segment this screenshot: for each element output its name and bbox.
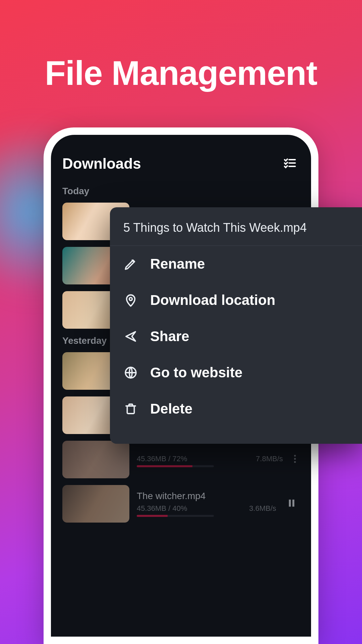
- svg-rect-12: [127, 406, 134, 414]
- menu-item-delete[interactable]: Delete: [110, 391, 362, 427]
- download-info: The witcher.mp4 45.36MB / 40% 3.6MB/s: [137, 491, 276, 517]
- progress-bar: [137, 515, 214, 517]
- page-title: Downloads: [62, 155, 141, 172]
- download-row[interactable]: The witcher.mp4 45.36MB / 40% 3.6MB/s: [62, 485, 300, 523]
- share-icon: [123, 329, 138, 344]
- select-list-icon[interactable]: [280, 153, 300, 174]
- progress-bar: [137, 465, 214, 467]
- menu-item-download-location[interactable]: Download location: [110, 282, 362, 318]
- svg-point-7: [294, 461, 296, 463]
- menu-item-share[interactable]: Share: [110, 318, 362, 355]
- menu-item-label: Rename: [150, 256, 205, 272]
- menu-item-label: Delete: [150, 401, 192, 417]
- svg-point-6: [294, 458, 296, 460]
- promo-background: File Management Downloads Today: [0, 0, 362, 644]
- svg-point-10: [129, 298, 132, 301]
- screen-header: Downloads: [62, 153, 300, 174]
- trash-icon: [123, 401, 138, 416]
- svg-rect-9: [292, 500, 294, 507]
- menu-item-label: Go to website: [150, 365, 242, 381]
- pencil-icon: [123, 257, 138, 271]
- download-meta: 45.36MB / 40% 3.6MB/s: [137, 504, 276, 513]
- menu-item-label: Share: [150, 328, 189, 344]
- context-menu-title: 5 Things to Watch This Week.mp4: [110, 221, 362, 246]
- download-info: 45.36MB / 72% 7.8MB/s: [137, 452, 283, 467]
- download-meta: 45.36MB / 72% 7.8MB/s: [137, 454, 283, 463]
- menu-item-rename[interactable]: Rename: [110, 246, 362, 282]
- context-menu: 5 Things to Watch This Week.mp4 Rename D…: [110, 207, 362, 444]
- download-row[interactable]: 45.36MB / 72% 7.8MB/s: [62, 441, 300, 478]
- menu-item-label: Download location: [150, 292, 275, 308]
- video-thumbnail: [62, 441, 129, 478]
- globe-icon: [123, 365, 138, 380]
- menu-item-go-to-website[interactable]: Go to website: [110, 355, 362, 391]
- more-icon[interactable]: [290, 451, 300, 468]
- pause-button[interactable]: [284, 495, 300, 513]
- hero-title: File Management: [0, 54, 362, 93]
- svg-rect-8: [289, 500, 291, 507]
- download-filename: The witcher.mp4: [137, 491, 276, 501]
- video-thumbnail: [62, 485, 129, 523]
- svg-point-5: [294, 455, 296, 457]
- section-label-today: Today: [62, 186, 300, 197]
- location-icon: [123, 293, 138, 308]
